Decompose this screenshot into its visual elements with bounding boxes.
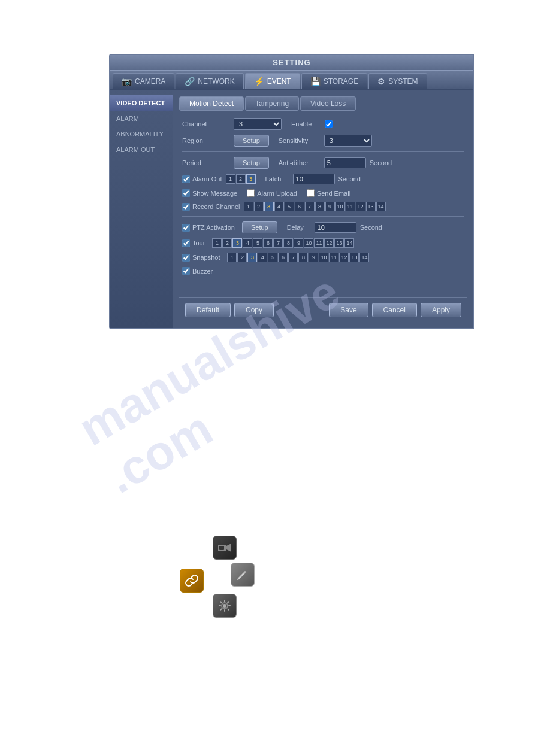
tour-ch-2[interactable]: 2 [222,238,232,248]
rc-ch-13[interactable]: 13 [366,202,376,211]
network-tab-icon: 🔗 [185,77,195,86]
alarm-ch-2[interactable]: 2 [236,174,246,184]
rc-ch-11[interactable]: 11 [346,202,355,211]
rc-ch-12[interactable]: 12 [356,202,365,211]
tab-system[interactable]: ⚙ SYSTEM [368,73,427,89]
rc-ch-4[interactable]: 4 [274,202,284,211]
alarm-out-checkbox[interactable] [182,175,190,183]
tab-event[interactable]: ⚡ EVENT [245,73,300,89]
period-setup-button[interactable]: Setup [234,157,269,169]
tour-ch-1[interactable]: 1 [212,238,222,248]
snap-ch-4[interactable]: 4 [258,253,267,262]
anti-dither-input[interactable] [324,157,366,168]
rc-ch-6[interactable]: 6 [295,202,304,211]
rc-ch-1[interactable]: 1 [244,202,253,211]
tab-network[interactable]: 🔗 NETWORK [176,73,243,89]
snap-ch-10[interactable]: 10 [319,253,328,262]
camera-tab-label: CAMERA [135,77,165,86]
show-message-label[interactable]: Show Message [182,189,237,197]
sub-tab-tampering[interactable]: Tampering [245,96,299,111]
default-button[interactable]: Default [185,303,231,317]
snapshot-checkbox[interactable] [182,254,190,262]
buzzer-checkbox[interactable] [182,267,190,275]
tour-ch-13[interactable]: 13 [334,238,344,248]
sub-tabs: Motion Detect Tampering Video Loss [179,96,467,111]
rc-ch-2[interactable]: 2 [254,202,264,211]
channel-select[interactable]: 3 [234,118,282,130]
tour-ch-4[interactable]: 4 [243,238,252,248]
nav-tabs: 📷 CAMERA 🔗 NETWORK ⚡ EVENT 💾 STORAGE ⚙ S… [110,71,473,90]
tab-camera[interactable]: 📷 CAMERA [113,73,174,89]
storage-tab-label: STORAGE [324,77,358,86]
latch-label: Latch [265,175,289,183]
tour-ch-12[interactable]: 12 [324,238,334,248]
snap-ch-3[interactable]: 3 [247,253,257,262]
main-panel: SETTING 📷 CAMERA 🔗 NETWORK ⚡ EVENT 💾 STO… [109,54,474,329]
send-email-label[interactable]: Send Email [307,189,350,197]
sidebar-item-alarm-out[interactable]: ALARM OUT [110,142,173,157]
show-message-checkbox[interactable] [182,189,190,197]
tour-ch-5[interactable]: 5 [253,238,262,248]
snap-ch-1[interactable]: 1 [227,253,237,262]
sensitivity-select[interactable]: 3 [324,135,372,147]
snap-ch-7[interactable]: 7 [288,253,298,262]
tour-checkbox[interactable] [182,239,190,247]
rc-ch-7[interactable]: 7 [305,202,315,211]
alarm-upload-checkbox[interactable] [247,189,255,197]
sub-tab-motion-detect[interactable]: Motion Detect [179,96,244,111]
alarm-ch-1[interactable]: 1 [226,174,235,184]
latch-input[interactable] [293,174,335,184]
snap-ch-13[interactable]: 13 [349,253,359,262]
tab-storage[interactable]: 💾 STORAGE [301,73,367,89]
alarm-ch-3[interactable]: 3 [246,174,256,184]
tour-ch-14[interactable]: 14 [344,238,354,248]
tour-ch-11[interactable]: 11 [314,238,324,248]
cancel-button[interactable]: Cancel [372,303,417,317]
rc-ch-10[interactable]: 10 [335,202,345,211]
snap-ch-14[interactable]: 14 [359,253,369,262]
apply-button[interactable]: Apply [421,303,461,317]
rc-ch-5[interactable]: 5 [285,202,294,211]
record-channel-label[interactable]: Record Channel [182,203,240,211]
snap-ch-12[interactable]: 12 [339,253,349,262]
sidebar-item-video-detect[interactable]: VIDEO DETECT [110,95,173,111]
region-setup-button[interactable]: Setup [234,135,269,147]
tour-ch-7[interactable]: 7 [273,238,283,248]
ptz-row: PTZ Activation Setup Delay Second [182,221,464,233]
rc-ch-3[interactable]: 3 [264,202,274,211]
snap-ch-11[interactable]: 11 [329,253,338,262]
send-email-checkbox[interactable] [307,189,315,197]
tour-label[interactable]: Tour [182,239,205,247]
rc-ch-14[interactable]: 14 [376,202,386,211]
svg-marker-1 [226,544,231,552]
ptz-setup-button[interactable]: Setup [242,221,277,233]
sidebar-item-abnormality[interactable]: ABNORMALITY [110,126,173,142]
enable-checkbox[interactable] [325,120,333,128]
record-channel-checkbox[interactable] [182,203,190,211]
alarm-out-label[interactable]: Alarm Out [182,175,222,183]
snap-ch-6[interactable]: 6 [278,253,288,262]
tour-ch-8[interactable]: 8 [283,238,293,248]
snapshot-label[interactable]: Snapshot [182,254,220,262]
rc-ch-8[interactable]: 8 [315,202,325,211]
snap-ch-8[interactable]: 8 [298,253,308,262]
rc-ch-9[interactable]: 9 [325,202,335,211]
alarm-upload-label[interactable]: Alarm Upload [247,189,297,197]
tour-ch-6[interactable]: 6 [263,238,273,248]
ptz-activation-checkbox[interactable] [182,224,190,232]
save-button[interactable]: Save [329,303,368,317]
snap-ch-9[interactable]: 9 [309,253,318,262]
tour-ch-3[interactable]: 3 [232,238,242,248]
ptz-activation-label[interactable]: PTZ Activation [182,224,235,232]
delay-input[interactable] [315,222,356,233]
delay-label: Delay [287,224,311,231]
sub-tab-video-loss[interactable]: Video Loss [300,96,356,111]
buzzer-label[interactable]: Buzzer [182,267,213,275]
tour-ch-10[interactable]: 10 [304,238,313,248]
page-wrapper: manualshive.com SETTING 📷 CAMERA 🔗 NETWO… [0,0,535,756]
tour-ch-9[interactable]: 9 [294,238,303,248]
copy-button[interactable]: Copy [234,303,274,317]
snap-ch-2[interactable]: 2 [237,253,247,262]
sidebar-item-alarm[interactable]: ALARM [110,111,173,126]
snap-ch-5[interactable]: 5 [268,253,277,262]
